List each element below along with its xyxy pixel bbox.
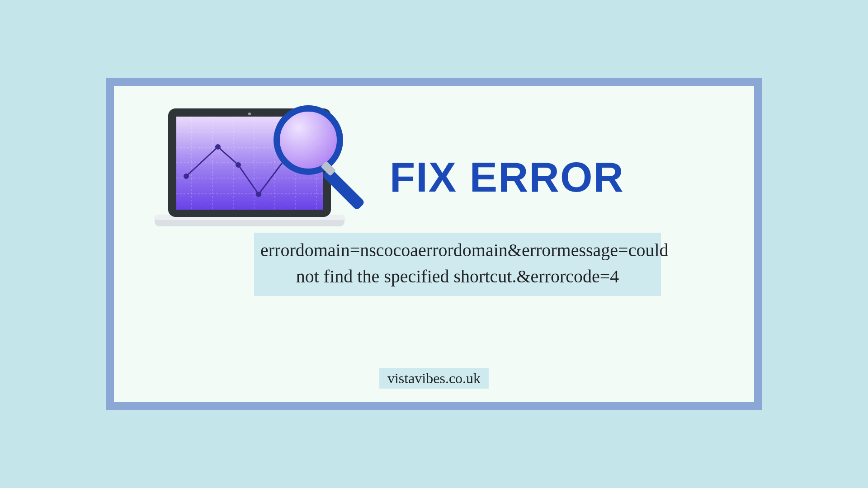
svg-point-20: [256, 192, 261, 197]
laptop-magnifier-icon: [141, 104, 376, 239]
site-label: vistavibes.co.uk: [379, 368, 489, 389]
svg-point-18: [215, 144, 221, 150]
error-text: errordomain=nscocoaerrordomain&errormess…: [254, 233, 661, 296]
framed-panel: FIX ERROR errordomain=nscocoaerrordomain…: [106, 78, 762, 410]
svg-point-3: [248, 113, 251, 115]
svg-point-17: [184, 174, 189, 179]
svg-point-19: [236, 162, 241, 168]
heading: FIX ERROR: [390, 154, 624, 201]
card: FIX ERROR errordomain=nscocoaerrordomain…: [87, 60, 781, 428]
